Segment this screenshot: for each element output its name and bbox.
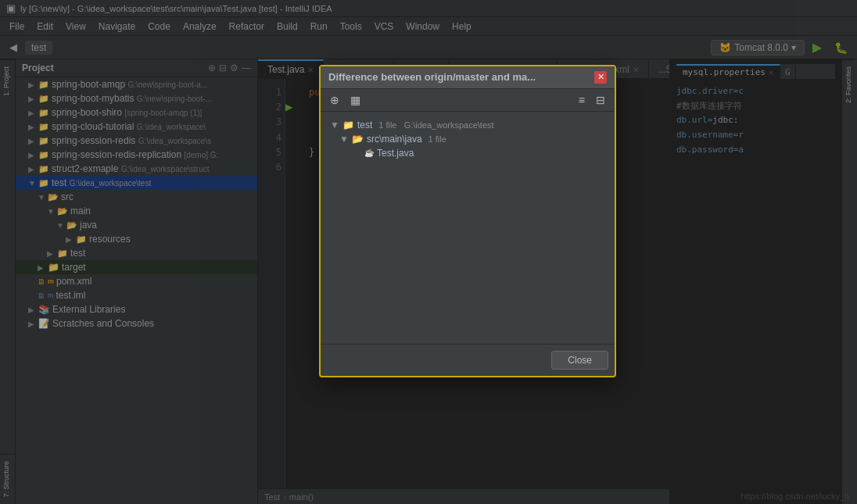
folder-icon: 📂 xyxy=(352,134,364,145)
dialog-group-btn[interactable]: ▦ xyxy=(347,92,364,108)
dialog-overlay: Difference between origin/master and ma.… xyxy=(0,0,857,504)
dialog-content: ▼ 📁 test 1 file G:\idea_workspace\test ▼… xyxy=(321,112,615,344)
folder-icon: 📁 xyxy=(342,120,354,130)
tree-label: src\main\java xyxy=(367,134,422,145)
tree-label: Test.java xyxy=(377,148,414,159)
dialog-tree-test[interactable]: ▼ 📁 test 1 file G:\idea_workspace\test xyxy=(327,118,608,132)
dialog-expand-btn[interactable]: ⊕ xyxy=(327,92,342,108)
dialog-title: Difference between origin/master and ma.… xyxy=(328,71,536,83)
dialog-title-bar: Difference between origin/master and ma.… xyxy=(321,66,615,89)
dialog-toolbar: ⊕ ▦ ≡ ⊟ xyxy=(321,89,615,112)
tree-detail: 1 file G:\idea_workspace\test xyxy=(378,120,493,130)
close-button[interactable]: Close xyxy=(551,351,608,370)
spacer xyxy=(352,148,361,159)
dialog-tree-src-main-java[interactable]: ▼ 📂 src\main\java 1 file xyxy=(327,132,608,146)
dialog-filter-btn[interactable]: ⊟ xyxy=(593,92,608,108)
expand-icon: ▼ xyxy=(330,120,339,130)
dialog-close-btn[interactable]: ✕ xyxy=(594,71,607,84)
tree-detail: 1 file xyxy=(428,134,446,144)
java-file-icon: ☕ xyxy=(364,148,374,157)
dialog-tree-test-java[interactable]: ☕ Test.java xyxy=(327,146,608,160)
dialog-footer: Close xyxy=(321,344,615,376)
tree-label: test xyxy=(357,120,372,130)
diff-dialog: Difference between origin/master and ma.… xyxy=(319,65,616,377)
expand-icon: ▼ xyxy=(339,134,349,145)
dialog-sort-btn[interactable]: ≡ xyxy=(576,92,588,108)
